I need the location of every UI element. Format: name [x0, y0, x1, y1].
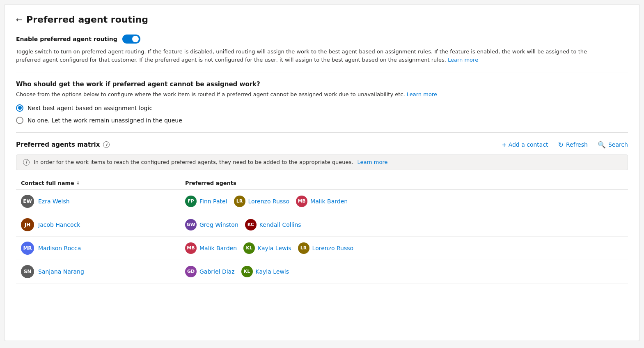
agent-name-link[interactable]: Malik Barden — [310, 198, 348, 205]
info-banner-text: In order for the work items to reach the… — [34, 159, 353, 165]
agent-name-link[interactable]: Gabriel Diaz — [199, 268, 235, 275]
agent-item: LR Lorenzo Russo — [234, 196, 290, 207]
agent-name-link[interactable]: Kendall Collins — [259, 221, 301, 228]
routing-section-title: Who should get the work if preferred age… — [16, 81, 628, 88]
contact-name-link[interactable]: Jacob Hancock — [38, 221, 80, 228]
info-banner: i In order for the work items to reach t… — [16, 154, 628, 170]
page-title: Preferred agent routing — [26, 14, 148, 25]
agent-item: FP Finn Patel — [185, 196, 227, 207]
contact-cell: JH Jacob Hancock — [21, 218, 185, 231]
search-button[interactable]: 🔍 Search — [598, 141, 628, 149]
table-row: MR Madison Rocca MB Malik Barden KL Kayl… — [16, 237, 628, 260]
agent-item: MB Malik Barden — [185, 242, 237, 254]
agent-name-link[interactable]: Lorenzo Russo — [312, 245, 354, 251]
refresh-icon: ↻ — [558, 141, 564, 149]
routing-description: Choose from the options below to configu… — [16, 90, 591, 99]
radio-next-best-indicator — [16, 104, 23, 112]
contact-cell: MR Madison Rocca — [21, 242, 185, 255]
toggle-label: Enable preferred agent routing — [16, 36, 117, 42]
agent-name-link[interactable]: Greg Winston — [199, 221, 238, 228]
matrix-section: Preferred agents matrix i + Add a contac… — [16, 141, 628, 292]
agent-name-link[interactable]: Kayla Lewis — [258, 245, 291, 251]
matrix-title-row: Preferred agents matrix i — [16, 141, 110, 148]
agent-name-link[interactable]: Finn Patel — [199, 198, 227, 205]
agents-cell: FP Finn Patel LR Lorenzo Russo MB Malik … — [185, 196, 623, 207]
radio-next-best[interactable]: Next best agent based on assignment logi… — [16, 104, 628, 112]
avatar: LR — [298, 242, 309, 254]
radio-no-one-label: No one. Let the work remain unassigned i… — [28, 117, 182, 124]
matrix-header: Preferred agents matrix i + Add a contac… — [16, 141, 628, 149]
agent-item: KC Kendall Collins — [245, 219, 301, 230]
contact-cell: SN Sanjana Narang — [21, 265, 185, 278]
routing-section: Who should get the work if preferred age… — [16, 81, 628, 133]
radio-next-best-label: Next best agent based on assignment logi… — [28, 105, 152, 111]
avatar: EW — [21, 195, 34, 208]
radio-no-one[interactable]: No one. Let the work remain unassigned i… — [16, 117, 628, 124]
matrix-title: Preferred agents matrix — [16, 141, 100, 148]
avatar: MB — [296, 196, 307, 207]
table-row: EW Ezra Welsh FP Finn Patel LR Lorenzo R… — [16, 190, 628, 213]
back-button[interactable]: ← — [16, 15, 22, 24]
avatar: SN — [21, 265, 34, 278]
contact-name-link[interactable]: Sanjana Narang — [38, 268, 84, 275]
contact-column-header: Contact full name ↓ — [21, 180, 185, 186]
search-icon: 🔍 — [598, 141, 606, 149]
agent-name-link[interactable]: Malik Barden — [199, 245, 237, 251]
contact-name-link[interactable]: Ezra Welsh — [38, 198, 70, 205]
table-header: Contact full name ↓ Preferred agents — [16, 177, 628, 190]
agent-name-link[interactable]: Kayla Lewis — [256, 268, 289, 275]
agent-item: GD Gabriel Diaz — [185, 266, 235, 277]
agent-item: LR Lorenzo Russo — [298, 242, 354, 254]
contact-cell: EW Ezra Welsh — [21, 195, 185, 208]
agent-name-link[interactable]: Lorenzo Russo — [248, 198, 290, 205]
agent-item: GW Greg Winston — [185, 219, 238, 230]
info-banner-learn-more-link[interactable]: Learn more — [357, 159, 387, 165]
toggle-learn-more-link[interactable]: Learn more — [448, 57, 478, 63]
avatar: KC — [245, 219, 257, 230]
agents-column-header: Preferred agents — [185, 180, 623, 186]
matrix-info-icon[interactable]: i — [103, 141, 110, 148]
avatar: GW — [185, 219, 197, 230]
add-contact-button[interactable]: + Add a contact — [502, 141, 548, 148]
avatar: MR — [21, 242, 34, 255]
contact-name-link[interactable]: Madison Rocca — [38, 245, 81, 251]
agents-cell: GD Gabriel Diaz KL Kayla Lewis — [185, 266, 623, 277]
radio-no-one-indicator — [16, 117, 23, 124]
toggle-section: Enable preferred agent routing Toggle sw… — [16, 35, 628, 72]
avatar: LR — [234, 196, 245, 207]
agent-item: KL Kayla Lewis — [241, 266, 289, 277]
routing-options: Next best agent based on assignment logi… — [16, 104, 628, 124]
avatar: KL — [241, 266, 253, 277]
routing-learn-more-link[interactable]: Learn more — [407, 91, 437, 97]
table-row: SN Sanjana Narang GD Gabriel Diaz KL Kay… — [16, 260, 628, 283]
avatar: MB — [185, 242, 197, 254]
avatar: FP — [185, 196, 197, 207]
toggle-description: Toggle switch to turn on preferred agent… — [16, 48, 591, 64]
sort-arrow: ↓ — [76, 180, 80, 186]
toggle-row: Enable preferred agent routing — [16, 35, 628, 44]
table-row: JH Jacob Hancock GW Greg Winston KC Kend… — [16, 213, 628, 237]
page-header: ← Preferred agent routing — [16, 14, 628, 25]
agents-cell: MB Malik Barden KL Kayla Lewis LR Lorenz… — [185, 242, 623, 254]
avatar: GD — [185, 266, 197, 277]
enable-routing-toggle[interactable] — [122, 35, 140, 44]
avatar: KL — [243, 242, 255, 254]
agent-item: KL Kayla Lewis — [243, 242, 291, 254]
agents-cell: GW Greg Winston KC Kendall Collins — [185, 219, 623, 230]
info-banner-icon: i — [23, 159, 30, 166]
refresh-button[interactable]: ↻ Refresh — [558, 141, 588, 149]
matrix-actions: + Add a contact ↻ Refresh 🔍 Search — [502, 141, 628, 149]
agent-item: MB Malik Barden — [296, 196, 348, 207]
preferred-agents-table: Contact full name ↓ Preferred agents EW … — [16, 177, 628, 283]
avatar: JH — [21, 218, 34, 231]
